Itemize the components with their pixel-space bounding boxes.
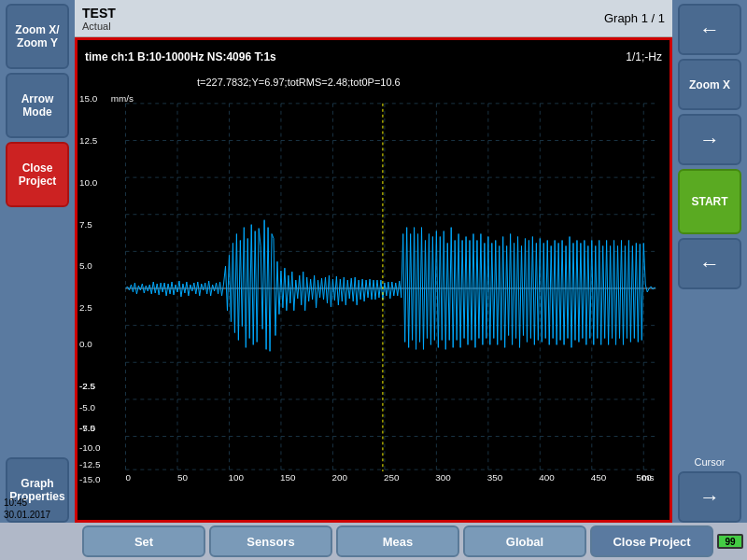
chart-header-right: 1/1;-Hz xyxy=(626,50,662,63)
svg-text:2.5: 2.5 xyxy=(79,302,92,313)
global-button[interactable]: Global xyxy=(463,525,586,557)
arrow-left-bottom-icon xyxy=(699,252,720,276)
datetime: 10:45 30.01.2017 xyxy=(4,497,50,521)
svg-text:500: 500 xyxy=(636,472,652,483)
chart-header: time ch:1 B:10-1000Hz NS:4096 T:1s 1/1;-… xyxy=(78,40,669,74)
test-name: TEST xyxy=(82,6,604,21)
svg-text:-12.5: -12.5 xyxy=(79,459,101,469)
sensors-button[interactable]: Sensors xyxy=(209,525,332,557)
svg-text:15.0: 15.0 xyxy=(79,93,98,104)
battery-value: 99 xyxy=(725,537,735,547)
arrow-mode-label: Arrow Mode xyxy=(11,92,63,119)
chart-stats: t=227.7832;Y=6.97;totRMS=2.48;tot0P=10.6 xyxy=(78,74,669,91)
graph-info: Graph 1 / 1 xyxy=(604,11,665,25)
svg-text:10.0: 10.0 xyxy=(79,177,98,188)
svg-text:-2.5: -2.5 xyxy=(79,381,96,391)
svg-text:-15.0: -15.0 xyxy=(79,474,101,484)
svg-text:7.5: 7.5 xyxy=(79,219,92,230)
zoom-xy-label: Zoom X/ Zoom Y xyxy=(11,23,63,49)
svg-text:450: 450 xyxy=(591,472,607,483)
chart-container: time ch:1 B:10-1000Hz NS:4096 T:1s 1/1;-… xyxy=(75,37,672,523)
close-project-button-left[interactable]: Close Project xyxy=(6,142,69,207)
svg-text:-7.5: -7.5 xyxy=(79,423,96,433)
chart-header-left: time ch:1 B:10-1000Hz NS:4096 T:1s xyxy=(85,50,276,63)
zoom-x-button[interactable]: Zoom X xyxy=(678,59,741,110)
start-label: START xyxy=(691,195,727,208)
svg-text:0.0: 0.0 xyxy=(79,339,92,349)
arrow-left-top-icon xyxy=(699,18,720,42)
arrow-right-bottom-icon xyxy=(699,485,720,510)
svg-text:-5.0: -5.0 xyxy=(79,402,96,413)
arrow-left-bottom-button[interactable] xyxy=(678,238,741,289)
close-project-bottom-button[interactable]: Close Project xyxy=(590,525,713,557)
arrow-mode-button[interactable]: Arrow Mode xyxy=(6,73,69,138)
svg-text:-10.0: -10.0 xyxy=(79,442,101,453)
arrow-right-top-icon xyxy=(699,128,720,152)
cursor-label: Cursor xyxy=(694,456,725,468)
time-display: 10:45 xyxy=(4,497,50,509)
top-bar: TEST Actual Graph 1 / 1 xyxy=(75,0,672,37)
svg-text:400: 400 xyxy=(539,472,555,483)
zoom-x-label: Zoom X xyxy=(689,78,730,91)
start-button[interactable]: START xyxy=(678,169,741,234)
title-area: TEST Actual xyxy=(82,6,604,32)
bottom-bar: Set Sensors Meas Global Close Project 99 xyxy=(0,523,747,560)
arrow-right-bottom-button[interactable] xyxy=(678,471,741,523)
svg-text:0: 0 xyxy=(126,472,132,483)
left-sidebar: Zoom X/ Zoom Y Arrow Mode Close Project … xyxy=(0,0,75,523)
svg-text:200: 200 xyxy=(331,472,347,483)
svg-text:50: 50 xyxy=(177,472,189,483)
sensors-label: Sensors xyxy=(247,535,294,549)
meas-label: Meas xyxy=(383,535,414,549)
actual-label: Actual xyxy=(82,21,604,32)
chart-svg: 15.0 12.5 10.0 7.5 5.0 2.5 0.0 -2.5 -5.0… xyxy=(78,91,669,484)
battery-indicator: 99 xyxy=(717,534,743,549)
date-display: 30.01.2017 xyxy=(4,509,50,521)
meas-button[interactable]: Meas xyxy=(336,525,459,557)
svg-text:5.0: 5.0 xyxy=(79,260,92,271)
set-label: Set xyxy=(134,535,153,549)
svg-text:350: 350 xyxy=(487,472,503,483)
close-project-bottom-label: Close Project xyxy=(613,535,690,549)
arrow-right-top-button[interactable] xyxy=(678,114,741,165)
svg-text:300: 300 xyxy=(435,472,451,483)
zoom-xy-button[interactable]: Zoom X/ Zoom Y xyxy=(6,4,69,69)
close-project-label-left: Close Project xyxy=(11,161,63,188)
svg-text:150: 150 xyxy=(280,472,296,483)
right-sidebar: Zoom X START Cursor xyxy=(672,0,747,523)
arrow-left-top-button[interactable] xyxy=(678,4,741,55)
svg-text:100: 100 xyxy=(228,472,244,483)
global-label: Global xyxy=(506,535,543,549)
chart-stats-values: t=227.7832;Y=6.97;totRMS=2.48;tot0P=10.6 xyxy=(197,77,401,88)
svg-text:12.5: 12.5 xyxy=(79,135,98,146)
svg-rect-0 xyxy=(78,91,669,484)
svg-text:250: 250 xyxy=(384,472,400,483)
svg-text:mm/s: mm/s xyxy=(111,93,134,104)
set-button[interactable]: Set xyxy=(82,525,205,557)
